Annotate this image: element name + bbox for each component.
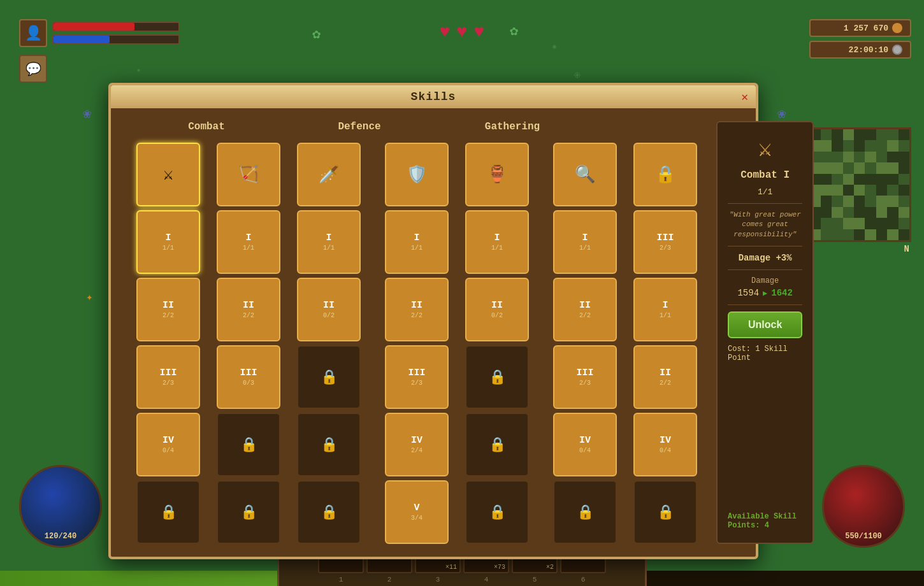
skill-tier: II bbox=[491, 300, 503, 311]
skill-cell-gathering1-1[interactable]: I 1/1 bbox=[553, 210, 617, 274]
hearts-display: ♥ ♥ ♥ bbox=[440, 22, 484, 42]
slot-3-count: ×11 bbox=[445, 564, 457, 571]
skill-cell-combat1-4[interactable]: IV 0/4 bbox=[136, 413, 200, 476]
skill-column-gathering2: 🔒 III 2/3 I 1/1 II 2/2 IV bbox=[627, 143, 704, 544]
skill-progress: 2/4 bbox=[411, 447, 422, 454]
plant-decoration: ❀ bbox=[83, 105, 91, 122]
skill-cell-combat2-4[interactable]: 🔒 bbox=[217, 413, 280, 476]
skill-tier: I bbox=[326, 232, 331, 243]
skill-cell-gathering2-1[interactable]: III 2/3 bbox=[633, 210, 697, 274]
skill-header-gathering2[interactable]: 🔒 bbox=[633, 143, 697, 206]
skill-cell-defence1-4[interactable]: IV 2/4 bbox=[385, 413, 449, 476]
slot-2-number: 2 bbox=[387, 576, 392, 583]
skill-cell-combat3-5[interactable]: 🔒 bbox=[297, 480, 361, 544]
detail-divider-4 bbox=[728, 304, 802, 305]
health-orb: 550/1100 bbox=[822, 465, 905, 548]
detail-cost: Cost: 1 Skill Point bbox=[728, 345, 802, 362]
skill-header-combat1[interactable]: ⚔️ bbox=[136, 143, 200, 206]
skill-tier: II bbox=[323, 300, 335, 311]
skill-tier: III bbox=[159, 368, 177, 378]
skill-cell-combat2-2[interactable]: II 2/2 bbox=[217, 278, 280, 341]
skill-cell-combat2-5[interactable]: 🔒 bbox=[217, 480, 280, 544]
dialog-body: Combat Defence Gathering ⚔️ I 1/1 bbox=[111, 108, 756, 557]
detail-title: Combat I bbox=[740, 169, 790, 181]
category-defence: Defence bbox=[283, 121, 436, 132]
gold-display: 1 257 670 bbox=[809, 19, 911, 37]
detail-stat-old: 1594 bbox=[737, 288, 759, 298]
plant-decoration: ✦ bbox=[86, 290, 93, 304]
detail-stat-new: 1642 bbox=[771, 288, 793, 298]
detail-skill-icon: ⚔ bbox=[758, 135, 772, 163]
detail-quote: "With great power comes great responsibi… bbox=[728, 210, 802, 239]
skill-cell-defence1-5[interactable]: V 3/4 bbox=[385, 480, 449, 544]
chat-button[interactable]: 💬 bbox=[19, 55, 47, 83]
skill-header-defence2[interactable]: 🏺 bbox=[465, 143, 529, 206]
hud-top-right: 1 257 670 22:00:10 bbox=[809, 19, 911, 59]
skill-header-combat3[interactable]: 🗡️ bbox=[297, 143, 361, 206]
skill-cell-gathering2-5[interactable]: 🔒 bbox=[633, 480, 697, 544]
skill-cell-gathering2-3[interactable]: II 2/2 bbox=[633, 345, 697, 409]
skill-cell-gathering1-3[interactable]: III 2/3 bbox=[553, 345, 617, 409]
skill-progress: 2/2 bbox=[162, 312, 174, 319]
detail-bonus: Damage +3% bbox=[739, 253, 792, 263]
lock-icon: 🔒 bbox=[321, 369, 338, 386]
stat-bars bbox=[52, 22, 180, 45]
skill-cell-combat1-5[interactable]: 🔒 bbox=[136, 480, 200, 544]
skill-cell-combat3-3[interactable]: 🔒 bbox=[297, 345, 361, 409]
skill-progress: 2/2 bbox=[243, 312, 254, 319]
heart-1: ♥ bbox=[440, 22, 451, 42]
time-value: 22:00:10 bbox=[849, 45, 888, 55]
mana-orb: 120/240 bbox=[19, 465, 102, 548]
skill-cell-combat3-1[interactable]: I 1/1 bbox=[297, 210, 361, 274]
skill-tier: IV bbox=[660, 435, 671, 446]
skill-column-combat2: 🏹 I 1/1 II 2/2 III 0/3 🔒 bbox=[210, 143, 287, 544]
skill-cell-gathering2-4[interactable]: IV 0/4 bbox=[633, 413, 697, 476]
skill-detail-panel: ⚔ Combat I 1/1 "With great power comes g… bbox=[716, 121, 814, 544]
skill-header-combat2[interactable]: 🏹 bbox=[217, 143, 280, 206]
skill-progress: 1/1 bbox=[243, 245, 254, 252]
skills-grid-area: Combat Defence Gathering ⚔️ I 1/1 bbox=[124, 121, 704, 544]
skill-progress: 2/3 bbox=[162, 380, 174, 387]
skill-progress: 2/3 bbox=[660, 245, 671, 252]
clock-icon bbox=[892, 45, 902, 55]
skill-cell-defence1-3[interactable]: III 2/3 bbox=[385, 345, 449, 409]
heart-3: ♥ bbox=[473, 22, 484, 42]
detail-divider-1 bbox=[728, 203, 802, 204]
skill-header-gathering1[interactable]: 🔍 bbox=[553, 143, 617, 206]
skill-cell-gathering1-5[interactable]: 🔒 bbox=[553, 480, 617, 544]
skill-cell-combat1-1[interactable]: I 1/1 bbox=[136, 210, 200, 274]
skill-tier: I bbox=[414, 232, 419, 243]
avatar: 👤 bbox=[19, 19, 47, 47]
skill-progress: 0/3 bbox=[243, 380, 254, 387]
skill-cell-defence2-2[interactable]: II 0/2 bbox=[465, 278, 529, 341]
detail-divider-3 bbox=[728, 269, 802, 270]
skill-tier: I bbox=[494, 232, 500, 243]
dialog-close-button[interactable]: ✕ bbox=[741, 90, 748, 104]
skill-progress: 0/4 bbox=[162, 447, 174, 454]
skill-cell-defence1-2[interactable]: II 2/2 bbox=[385, 278, 449, 341]
skill-tier: I bbox=[662, 300, 668, 311]
skill-cell-defence2-4[interactable]: 🔒 bbox=[465, 413, 529, 476]
skill-header-defence1[interactable]: 🛡️ bbox=[385, 143, 449, 206]
skill-cell-combat1-3[interactable]: III 2/3 bbox=[136, 345, 200, 409]
skill-cell-defence1-1[interactable]: I 1/1 bbox=[385, 210, 449, 274]
mana-label: 120/240 bbox=[45, 532, 76, 541]
skill-column-gathering1: 🔍 I 1/1 II 2/2 III 2/3 IV bbox=[547, 143, 623, 544]
skill-cell-defence2-1[interactable]: I 1/1 bbox=[465, 210, 529, 274]
skill-cell-defence2-3[interactable]: 🔒 bbox=[465, 345, 529, 409]
skill-cell-gathering1-4[interactable]: IV 0/4 bbox=[553, 413, 617, 476]
skill-cell-defence2-5[interactable]: 🔒 bbox=[465, 480, 529, 544]
gathering1-icon: 🔍 bbox=[575, 164, 595, 185]
skill-cell-combat3-2[interactable]: II 0/2 bbox=[297, 278, 361, 341]
skill-cell-combat2-3[interactable]: III 0/3 bbox=[217, 345, 280, 409]
skill-cell-gathering2-2[interactable]: I 1/1 bbox=[633, 278, 697, 341]
unlock-button[interactable]: Unlock bbox=[728, 311, 802, 338]
skill-progress: 1/1 bbox=[162, 245, 174, 252]
lock-icon: 🔒 bbox=[489, 504, 506, 521]
skill-tier: II bbox=[243, 300, 254, 311]
slot-3-number: 3 bbox=[436, 576, 440, 583]
skill-cell-gathering1-2[interactable]: II 2/2 bbox=[553, 278, 617, 341]
skill-cell-combat3-4[interactable]: 🔒 bbox=[297, 413, 361, 476]
skill-cell-combat2-1[interactable]: I 1/1 bbox=[217, 210, 280, 274]
skill-cell-combat1-2[interactable]: II 2/2 bbox=[136, 278, 200, 341]
